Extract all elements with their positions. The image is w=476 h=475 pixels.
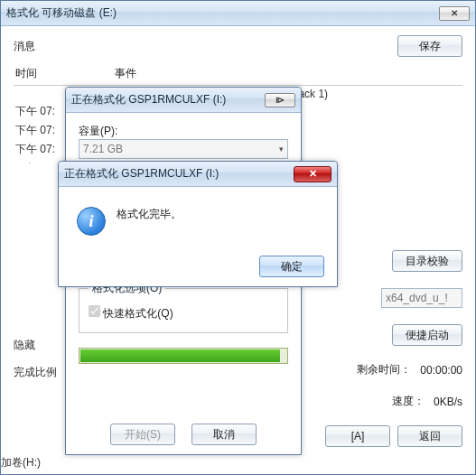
complete-ratio-label: 完成比例	[14, 365, 57, 380]
col-event: 事件	[115, 66, 136, 81]
close-icon[interactable]: ✕	[439, 6, 470, 21]
message-label: 消息	[14, 39, 35, 54]
close-icon[interactable]: ⧐	[265, 93, 295, 107]
quick-format-checkbox[interactable]	[89, 305, 100, 317]
remaining-time-label: 剩余时间：	[357, 362, 411, 377]
capacity-combo[interactable]: 7.21 GB ▾	[79, 139, 288, 159]
capacity-label: 容量(P):	[79, 125, 117, 137]
verify-button[interactable]: 目录校验	[392, 250, 462, 272]
format-window-title: 正在格式化 GSP1RMCULXF (I:)	[71, 92, 265, 107]
speed-label: 速度：	[392, 394, 425, 409]
dialog-title: 正在格式化 GSP1RMCULXF (I:)	[64, 166, 294, 182]
info-icon: i	[77, 207, 106, 236]
add-volume-label: 加卷(H:)	[1, 455, 41, 470]
quick-boot-button[interactable]: 便捷启动	[392, 324, 462, 346]
start-button: 开始(S)	[110, 424, 175, 445]
dialog-message: 格式化完毕。	[117, 207, 182, 222]
close-icon[interactable]: ✕	[294, 166, 331, 182]
a-button[interactable]: [A]	[325, 425, 390, 447]
save-button[interactable]: 保存	[397, 35, 462, 57]
quick-format-option[interactable]: 快速格式化(Q)	[89, 307, 173, 320]
chevron-down-icon: ▾	[279, 144, 284, 154]
col-time: 时间	[15, 66, 115, 81]
return-button[interactable]: 返回	[397, 425, 462, 447]
main-title: 格式化 可移动磁盘 (E:)	[6, 5, 439, 21]
ok-button[interactable]: 确定	[259, 256, 324, 277]
hidden-label: 隐藏	[14, 338, 35, 353]
cancel-button[interactable]: 取消	[191, 424, 257, 445]
fragment-field	[381, 288, 462, 308]
remaining-time-value: 00:00:00	[420, 364, 462, 377]
speed-value: 0KB/s	[434, 396, 462, 408]
progress-bar	[79, 348, 288, 364]
